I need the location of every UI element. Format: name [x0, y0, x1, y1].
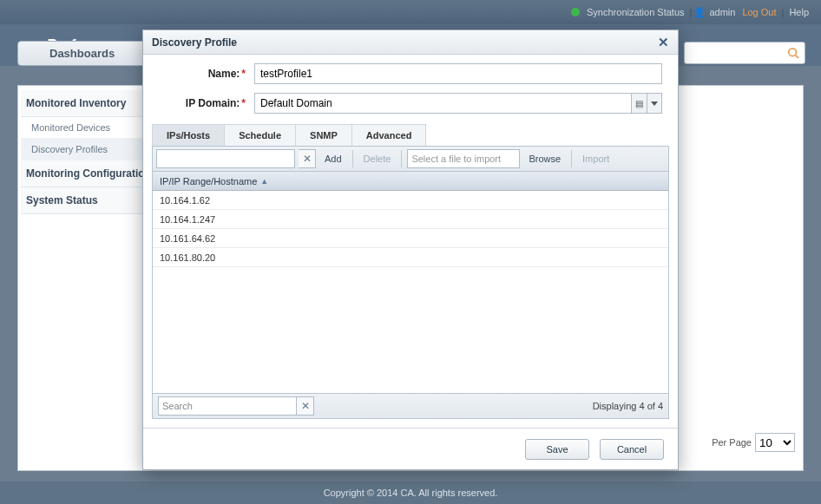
ip-add-input[interactable] — [156, 149, 295, 168]
separator: | — [782, 7, 785, 17]
svg-point-0 — [789, 49, 797, 56]
global-search-input[interactable] — [684, 42, 805, 64]
help-link[interactable]: Help — [789, 7, 809, 17]
grid-displaying-label: Displaying 4 of 4 — [593, 401, 663, 411]
domain-dropdown-icon[interactable] — [647, 93, 662, 114]
table-row[interactable]: 10.164.1.62 — [153, 191, 668, 210]
domain-input[interactable] — [254, 93, 631, 114]
tab-ips-hosts[interactable]: IPs/Hosts — [152, 124, 225, 146]
sync-status-link[interactable]: Synchronization Status — [587, 7, 685, 17]
separator — [571, 150, 572, 167]
tab-advanced[interactable]: Advanced — [351, 124, 427, 146]
import-file-field[interactable]: Select a file to import — [407, 149, 520, 168]
domain-label: IP Domain:* — [159, 97, 254, 109]
logout-link[interactable]: Log Out — [742, 7, 776, 17]
table-row[interactable]: 10.164.1.247 — [153, 210, 668, 229]
domain-picker-icon[interactable]: ▤ — [631, 93, 647, 114]
sidebar-item-monitored-devices[interactable]: Monitored Devices — [21, 117, 160, 139]
ip-add-clear-icon[interactable]: ✕ — [299, 149, 316, 168]
column-ip-hostname: IP/IP Range/Hostname — [160, 176, 257, 187]
tab-schedule[interactable]: Schedule — [224, 124, 296, 146]
per-page-label: Per Page — [712, 437, 752, 448]
dialog-action-bar: Save Cancel — [143, 428, 678, 469]
per-page-select[interactable]: 10 — [755, 433, 795, 452]
name-input[interactable] — [254, 63, 662, 84]
sidebar-section-monitored-inventory[interactable]: Monitored Inventory — [21, 90, 160, 117]
close-icon[interactable]: ✕ — [658, 35, 669, 50]
sidebar-section-monitoring-config[interactable]: Monitoring Configuration — [21, 160, 160, 187]
sidebar-item-discovery-profiles[interactable]: Discovery Profiles — [21, 139, 160, 160]
name-row: Name:* — [143, 55, 678, 84]
grid-search-input[interactable] — [158, 396, 297, 416]
search-icon — [787, 47, 799, 59]
top-status-bar: Synchronization Status | 👤 admin Log Out… — [0, 0, 821, 24]
per-page-control: Per Page 10 — [712, 433, 795, 452]
dialog-title: Discovery Profile — [152, 36, 237, 49]
table-row[interactable]: 10.161.64.62 — [153, 229, 668, 248]
sync-status-icon — [571, 8, 580, 16]
user-icon: 👤 — [693, 7, 706, 18]
profile-subtabs: IPs/Hosts Schedule SNMP Advanced — [152, 124, 669, 146]
grid-footer: ✕ Displaying 4 of 4 — [152, 393, 669, 419]
user-link[interactable]: admin — [709, 7, 735, 17]
grid-toolbar: ✕ Add Delete Select a file to import Bro… — [152, 146, 669, 172]
admin-sidebar: Monitored Inventory Monitored Devices Di… — [21, 90, 160, 214]
tab-snmp[interactable]: SNMP — [295, 124, 352, 146]
dialog-titlebar: Discovery Profile ✕ — [143, 30, 678, 55]
add-button[interactable]: Add — [319, 154, 347, 164]
grid-column-header[interactable]: IP/IP Range/Hostname ▲ — [152, 172, 669, 191]
name-label: Name:* — [159, 68, 254, 80]
svg-line-1 — [796, 56, 799, 59]
save-button[interactable]: Save — [525, 439, 589, 460]
page-footer: Copyright © 2014 CA. All rights reserved… — [0, 481, 821, 504]
cancel-button[interactable]: Cancel — [600, 439, 664, 460]
grid-body: 10.164.1.62 10.164.1.247 10.161.64.62 10… — [152, 191, 669, 393]
separator: | — [690, 7, 693, 17]
separator — [401, 150, 402, 167]
discovery-profile-dialog: Discovery Profile ✕ Name:* IP Domain:* ▤… — [142, 29, 679, 470]
browse-button[interactable]: Browse — [523, 154, 566, 164]
grid-search-clear-icon[interactable]: ✕ — [297, 396, 314, 416]
sidebar-section-system-status[interactable]: System Status — [21, 187, 160, 214]
tab-dashboards[interactable]: Dashboards — [17, 41, 147, 66]
delete-button[interactable]: Delete — [358, 154, 397, 164]
sort-asc-icon: ▲ — [260, 177, 268, 186]
separator — [352, 150, 353, 167]
import-button[interactable]: Import — [577, 154, 614, 164]
domain-row: IP Domain:* ▤ — [143, 84, 678, 114]
table-row[interactable]: 10.161.80.20 — [153, 248, 668, 267]
